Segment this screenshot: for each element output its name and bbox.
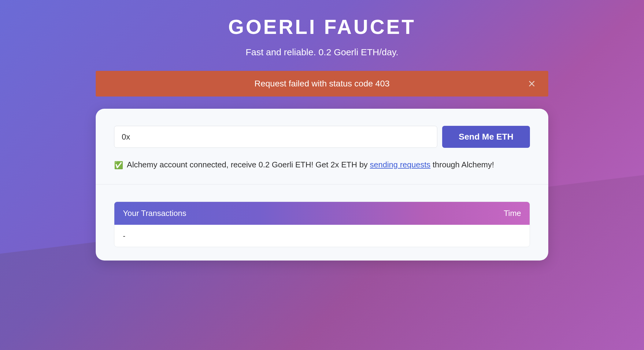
page-title: GOERLI FAUCET	[96, 15, 548, 38]
input-row: Send Me ETH	[114, 126, 530, 148]
status-text-before: Alchemy account connected, receive 0.2 G…	[125, 160, 370, 169]
transactions-table: Your Transactions Time -	[114, 202, 530, 247]
close-icon	[527, 79, 536, 88]
page-subtitle: Fast and reliable. 0.2 Goerli ETH/day.	[96, 47, 548, 57]
wallet-address-input[interactable]	[114, 126, 437, 148]
check-icon: ✅	[114, 160, 123, 171]
transactions-col-label: Your Transactions	[123, 209, 186, 218]
error-alert: Request failed with status code 403	[96, 71, 548, 97]
time-col-label: Time	[504, 209, 521, 218]
transactions-header: Your Transactions Time	[114, 202, 530, 225]
faucet-card: Send Me ETH ✅ Alchemy account connected,…	[96, 109, 548, 261]
send-eth-button[interactable]: Send Me ETH	[442, 126, 530, 148]
close-button[interactable]	[525, 77, 539, 90]
table-row: -	[114, 225, 530, 247]
status-text-after: through Alchemy!	[431, 160, 494, 169]
error-alert-text: Request failed with status code 403	[254, 79, 390, 89]
sending-requests-link[interactable]: sending requests	[370, 160, 431, 169]
transactions-section: Your Transactions Time -	[96, 184, 548, 261]
faucet-form-section: Send Me ETH ✅ Alchemy account connected,…	[96, 109, 548, 184]
account-status-text: ✅ Alchemy account connected, receive 0.2…	[114, 159, 530, 171]
